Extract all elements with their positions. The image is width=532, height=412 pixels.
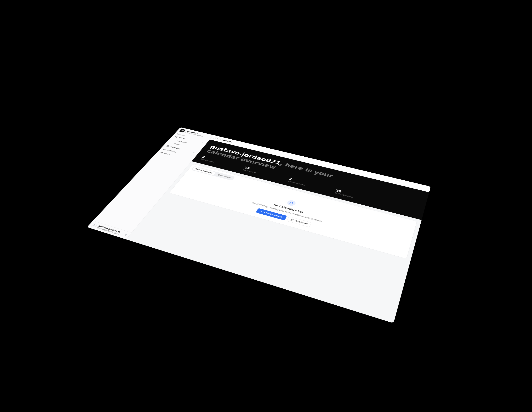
command-icon bbox=[180, 129, 184, 132]
calendar-icon bbox=[166, 145, 170, 147]
sidebar-item-label: Home bbox=[178, 137, 185, 139]
sidebar-item-label: Users bbox=[163, 153, 170, 156]
chevron-right-icon bbox=[192, 151, 196, 154]
app-frame: Calendara Calendar Management Navigation… bbox=[87, 127, 431, 323]
button-label: Create Calendar bbox=[263, 211, 283, 218]
stat-label: Upcoming Events bbox=[287, 180, 306, 186]
users-icon bbox=[160, 152, 163, 154]
user-meta: gustavo.jordao021 gustavo.jordao021@gma.… bbox=[97, 225, 122, 235]
user-icon bbox=[92, 224, 96, 227]
stat-label: Total Subscribers bbox=[334, 192, 353, 198]
chevrons-up-down-icon[interactable] bbox=[123, 233, 128, 237]
sidebar-item-label: Recent bbox=[173, 143, 180, 146]
tab-recent-calendars[interactable]: Recent Calendars bbox=[192, 167, 216, 175]
chevron-right-icon bbox=[200, 142, 204, 144]
calendar-icon bbox=[289, 201, 294, 205]
home-icon bbox=[175, 136, 178, 137]
stat-label: Active Events bbox=[242, 169, 256, 174]
avatar bbox=[90, 223, 98, 228]
chevron-right-icon bbox=[189, 155, 193, 157]
stat-label: Total Calendars bbox=[200, 158, 215, 163]
brand-logo bbox=[179, 129, 186, 133]
calendar-plus-icon bbox=[290, 219, 294, 221]
plus-icon bbox=[259, 210, 263, 213]
svg-rect-3 bbox=[215, 137, 218, 139]
stat-value: 3 bbox=[288, 177, 293, 181]
perspective-stage: Calendara Calendar Management Navigation… bbox=[0, 0, 532, 412]
sidebar-footer[interactable]: gustavo.jordao021 gustavo.jordao021@gma.… bbox=[87, 221, 132, 239]
svg-point-1 bbox=[161, 152, 162, 153]
panel-left-icon bbox=[214, 137, 218, 139]
chart-icon bbox=[163, 148, 166, 150]
tab-quick-actions[interactable]: Quick Actions bbox=[215, 173, 234, 180]
empty-icon-wrap bbox=[286, 200, 296, 206]
sidebar-toggle-button[interactable] bbox=[213, 136, 220, 140]
button-label: Add Event bbox=[294, 220, 308, 225]
svg-point-2 bbox=[94, 224, 95, 225]
stat-value: 5 bbox=[201, 155, 206, 159]
